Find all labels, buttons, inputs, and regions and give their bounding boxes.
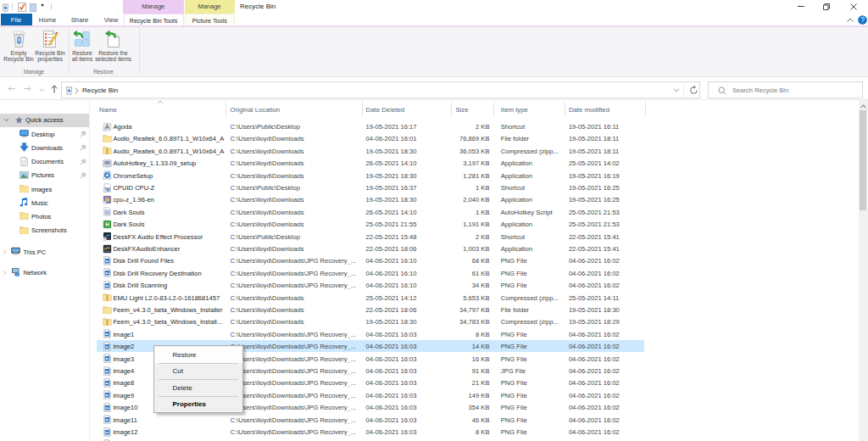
svg-text:H: H	[106, 160, 108, 165]
svg-text:H: H	[105, 221, 109, 227]
svg-text:H: H	[106, 210, 108, 215]
svg-text:?: ?	[860, 15, 865, 24]
